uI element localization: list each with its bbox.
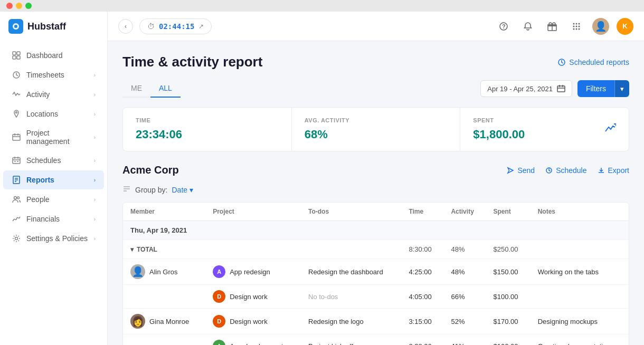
stat-activity: AVG. ACTIVITY 68%	[292, 108, 461, 151]
col-time: Time	[401, 203, 443, 221]
total-project	[205, 240, 301, 259]
col-project: Project	[205, 203, 301, 221]
timer-icon: ⏱	[147, 22, 155, 31]
activity-cell: 66%	[443, 285, 486, 309]
dashboard-icon	[12, 51, 21, 60]
back-button[interactable]: ‹	[118, 19, 133, 34]
timer-display: 02:44:15	[159, 22, 194, 31]
chevron-right-icon: ›	[94, 111, 96, 117]
schedule-label: Schedule	[556, 166, 586, 175]
reports-icon	[12, 175, 21, 185]
locations-icon	[12, 109, 21, 119]
sidebar-item-settings-policies[interactable]: Settings & Policies ›	[3, 229, 104, 248]
chevron-down-icon: ▾	[190, 186, 193, 194]
stat-time-value: 23:34:06	[136, 128, 279, 141]
svg-point-38	[576, 25, 577, 27]
svg-point-37	[573, 25, 575, 27]
stat-spent-label: SPENT	[473, 117, 525, 123]
svg-point-1	[14, 25, 17, 28]
stat-spent-value: $1,800.00	[473, 128, 525, 141]
help-button[interactable]: ?	[495, 18, 512, 35]
traffic-light-yellow[interactable]	[16, 3, 22, 9]
project-badge: A	[213, 340, 225, 345]
svg-point-22	[14, 197, 17, 199]
group-by-label: Group by:	[135, 186, 167, 194]
project-cell: D Design work	[205, 309, 301, 334]
page-title: Time & activity report	[122, 54, 262, 70]
member-avatar: 👤	[130, 264, 145, 279]
stat-activity-value: 68%	[305, 128, 448, 141]
svg-line-28	[19, 217, 20, 218]
group-by-value: Date	[172, 186, 187, 194]
svg-point-7	[16, 112, 17, 113]
sidebar: Hubstaff Dashboard	[0, 0, 108, 345]
no-todos-text: No to-dos	[308, 293, 338, 301]
chevron-right-icon: ›	[94, 135, 96, 140]
gift-button[interactable]	[544, 18, 561, 35]
group-by-row: Group by: Date ▾	[122, 185, 629, 195]
sidebar-item-people[interactable]: People ›	[3, 190, 104, 209]
filters-button[interactable]: Filters	[577, 80, 614, 97]
time-cell: 4:25:00	[401, 259, 443, 285]
table-row: A App development Project kick-off 2:38:…	[123, 334, 629, 346]
tab-me[interactable]: ME	[122, 80, 150, 98]
notifications-button[interactable]	[519, 18, 536, 35]
org-avatar[interactable]: K	[617, 18, 633, 35]
chevron-down-icon: ▾	[130, 246, 134, 253]
chevron-right-icon: ›	[94, 158, 96, 164]
sidebar-item-reports[interactable]: Reports ›	[3, 170, 104, 189]
activity-cell: 48%	[443, 259, 486, 285]
sidebar-item-timesheets[interactable]: Timesheets ›	[3, 65, 104, 84]
svg-point-23	[17, 197, 20, 199]
traffic-light-red[interactable]	[6, 3, 13, 9]
sidebar-item-activity[interactable]: Activity ›	[3, 85, 104, 104]
timer-widget[interactable]: ⏱ 02:44:15 ↗	[139, 18, 212, 34]
sidebar-item-label: Reports	[26, 176, 54, 184]
logo-icon	[8, 19, 23, 34]
group-by-dropdown[interactable]: Date ▾	[172, 186, 193, 194]
sidebar-item-project-management[interactable]: Project management ›	[3, 124, 104, 150]
sidebar-item-label: Project management	[26, 129, 94, 146]
page-header: Time & activity report Scheduled reports	[122, 54, 629, 70]
section-actions: Send Schedule Export	[507, 166, 629, 175]
svg-rect-44	[557, 86, 565, 92]
sidebar-navigation: Dashboard Timesheets ›	[0, 41, 107, 345]
col-notes: Notes	[531, 203, 629, 221]
svg-rect-3	[17, 52, 20, 55]
todos-cell: Project kick-off	[301, 334, 401, 346]
col-activity: Activity	[443, 203, 486, 221]
total-toggle-cell[interactable]: ▾ TOTAL	[123, 240, 205, 259]
tab-all[interactable]: ALL	[150, 80, 181, 98]
window-chrome	[0, 0, 644, 12]
chevron-right-icon: ›	[94, 236, 96, 242]
svg-line-24	[13, 219, 14, 221]
chevron-right-icon: ›	[94, 177, 96, 183]
topbar-right: ? 👤 K	[495, 18, 633, 35]
total-todos	[301, 240, 401, 259]
grid-button[interactable]	[568, 18, 585, 35]
sidebar-item-label: Activity	[26, 90, 50, 99]
project-cell: A App redesign	[205, 259, 301, 285]
schedule-action[interactable]: Schedule	[545, 166, 586, 175]
chevron-right-icon: ›	[94, 197, 96, 203]
chart-icon[interactable]	[604, 122, 616, 137]
timer-expand-icon[interactable]: ↗	[198, 23, 204, 30]
traffic-light-green[interactable]	[25, 3, 32, 9]
sidebar-item-dashboard[interactable]: Dashboard	[3, 46, 104, 65]
date-range-picker[interactable]: Apr 19 - Apr 25, 2021	[480, 80, 572, 97]
total-label: TOTAL	[137, 246, 157, 253]
tabs-list: ME ALL	[122, 80, 181, 98]
send-action[interactable]: Send	[507, 166, 535, 175]
project-cell: A App development	[205, 334, 301, 346]
user-avatar[interactable]: 👤	[592, 18, 609, 35]
export-action[interactable]: Export	[598, 166, 629, 175]
filters-button-group: Filters ▾	[577, 80, 629, 97]
sidebar-item-label: Timesheets	[26, 71, 64, 79]
sidebar-item-schedules[interactable]: Schedules ›	[3, 151, 104, 170]
sidebar-item-locations[interactable]: Locations ›	[3, 104, 104, 123]
sidebar-item-financials[interactable]: Financials ›	[3, 209, 104, 228]
total-activity: 48%	[443, 240, 486, 259]
scheduled-reports-link[interactable]: Scheduled reports	[557, 58, 629, 66]
group-by-lines-icon	[122, 185, 131, 195]
filters-dropdown-button[interactable]: ▾	[614, 80, 629, 97]
